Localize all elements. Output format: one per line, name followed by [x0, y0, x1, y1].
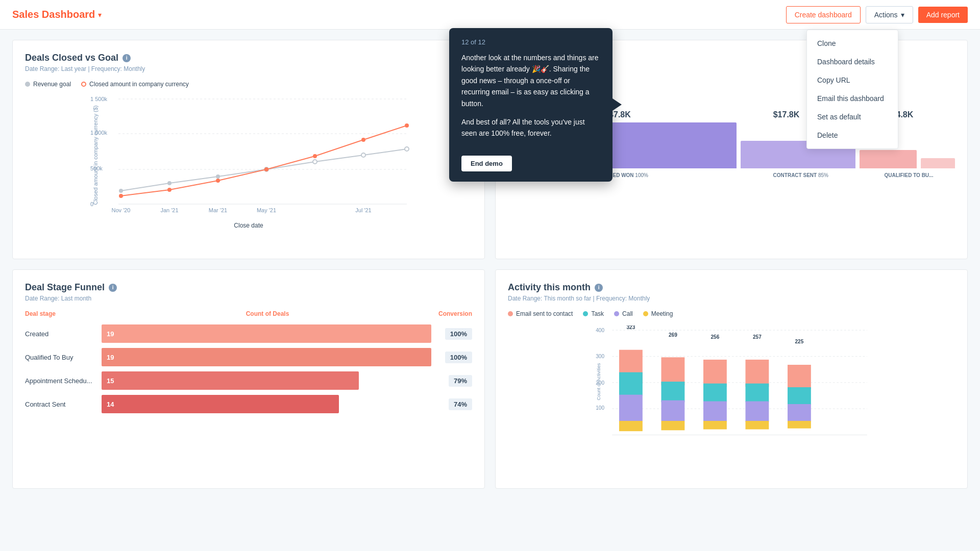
svg-text:400: 400 [596, 328, 604, 333]
bar4-email [746, 360, 769, 387]
funnel-col-count: Count of Deals [246, 310, 289, 317]
deals-closed-chart: 1 500k 1 000k 500k 0 [25, 94, 472, 216]
funnel-row-contract-sent: Contract Sent 14 74% [25, 395, 472, 413]
bar2-call [662, 400, 685, 421]
deals-closed-date-range: Date Range: Last year | Frequency: Month… [25, 65, 472, 72]
actions-label: Actions [874, 11, 898, 19]
svg-text:100: 100 [596, 405, 604, 411]
legend-call-label: Call [622, 310, 633, 317]
svg-point-20 [361, 138, 365, 142]
deal-stage-funnel-card: Deal Stage Funnel i Date Range: Last mon… [12, 269, 485, 489]
activity-info-icon[interactable]: i [595, 284, 603, 292]
deals-closed-legend: Revenue goal Closed amount in company cu… [25, 81, 472, 88]
legend-task-label: Task [591, 310, 604, 317]
bar1-meeting [619, 421, 643, 431]
funnel-stage-created: Created [25, 330, 96, 338]
stage-label-contract-sent: CONTRACT SENT 85% [743, 172, 859, 178]
deal-stage-funnel-date-range: Date Range: Last month [25, 295, 472, 302]
activity-card: Activity this month i Date Range: This m… [495, 269, 968, 489]
header-left: Sales Dashboard ▾ [12, 9, 102, 20]
funnel-count-qualified-to-buy: 19 [107, 354, 114, 361]
funnel-bar-fill-qualified-to-buy: 19 [102, 348, 431, 366]
deals-closed-info-icon[interactable]: i [122, 54, 131, 62]
svg-point-14 [405, 147, 409, 151]
demo-text-1: Another look at the numbers and things a… [461, 52, 600, 109]
funnel-col-stage: Deal stage [25, 310, 96, 317]
actions-dropdown: Clone Dashboard details Copy URL Email t… [806, 30, 898, 149]
activity-legend: Email sent to contact Task Call Meeting [508, 310, 955, 317]
funnel-bar-fill-appointment: 15 [102, 371, 359, 390]
svg-point-17 [216, 179, 220, 183]
deal-stage-funnel-title: Deal Stage Funnel i [25, 282, 472, 293]
funnel-bar-appointment: 15 [102, 371, 431, 390]
legend-email-label: Email sent to contact [516, 310, 573, 317]
funnel-bar-qualified-to-buy: 19 [102, 348, 431, 366]
svg-text:269: 269 [669, 332, 677, 338]
stage-label-qualified: QUALIFIED TO BU... [863, 172, 955, 178]
svg-text:Jul '21: Jul '21 [355, 207, 371, 213]
legend-revenue-goal-dot [25, 82, 30, 87]
legend-email: Email sent to contact [508, 310, 573, 317]
forecast-bar-extra [921, 158, 955, 168]
legend-meeting: Meeting [643, 310, 673, 317]
deal-stage-funnel-info-icon[interactable]: i [109, 284, 117, 292]
funnel-bar-contract-sent: 14 [102, 395, 431, 413]
bar2-email [662, 357, 685, 385]
funnel-column-headers: Deal stage Count of Deals Conversion [25, 310, 472, 317]
bar4-meeting [746, 421, 769, 430]
dropdown-item-delete[interactable]: Delete [807, 126, 898, 144]
legend-closed-amount-dot [81, 82, 86, 87]
dropdown-item-clone[interactable]: Clone [807, 34, 898, 53]
svg-text:Mar '21: Mar '21 [209, 207, 227, 213]
dropdown-item-copy-url[interactable]: Copy URL [807, 71, 898, 89]
header-right: Create dashboard Actions ▾ Add report [786, 6, 968, 23]
dropdown-item-set-default[interactable]: Set as default [807, 108, 898, 126]
demo-popup: 12 of 12 Another look at the numbers and… [449, 28, 612, 182]
svg-text:Closed amount in company curre: Closed amount in company currency ($) [92, 105, 99, 205]
deals-closed-x-axis-label: Close date [25, 222, 472, 229]
svg-text:1 500k: 1 500k [90, 96, 108, 102]
activity-chart-svg: 400 300 200 100 323 269 [508, 325, 955, 438]
legend-task: Task [583, 310, 604, 317]
svg-text:May '21: May '21 [257, 207, 276, 213]
funnel-conversion-created: 100% [436, 328, 472, 340]
end-demo-button[interactable]: End demo [461, 156, 512, 171]
dropdown-item-dashboard-details[interactable]: Dashboard details [807, 53, 898, 71]
legend-meeting-dot [643, 311, 648, 316]
funnel-count-created: 19 [107, 330, 114, 338]
svg-point-12 [313, 160, 317, 164]
funnel-conversion-appointment: 79% [436, 375, 472, 387]
activity-title: Activity this month i [508, 282, 955, 293]
legend-call-dot [614, 311, 619, 316]
actions-button[interactable]: Actions ▾ [866, 6, 913, 23]
legend-revenue-goal: Revenue goal [25, 81, 71, 88]
bar5-email [788, 365, 811, 389]
bar2-task [662, 382, 685, 402]
bar3-task [703, 384, 727, 403]
bar5-meeting [788, 421, 811, 429]
dropdown-item-email-dashboard[interactable]: Email this dashboard [807, 89, 898, 108]
svg-text:256: 256 [711, 334, 720, 340]
svg-point-9 [167, 181, 172, 185]
deals-closed-title: Deals Closed vs Goal i [25, 53, 472, 63]
svg-text:225: 225 [795, 339, 804, 344]
create-dashboard-button[interactable]: Create dashboard [786, 6, 861, 23]
funnel-stage-qualified-to-buy: Qualified To Buy [25, 354, 96, 361]
dashboard-title: Sales Dashboard [12, 9, 95, 20]
dashboard-title-chevron-icon[interactable]: ▾ [98, 11, 102, 19]
forecast-bar-qualified-to-buy [860, 150, 917, 168]
actions-chevron-icon: ▾ [901, 11, 904, 19]
svg-point-16 [167, 188, 172, 192]
svg-point-13 [361, 153, 365, 157]
add-report-button[interactable]: Add report [918, 7, 968, 23]
legend-closed-amount-label: Closed amount in company currency [89, 81, 189, 88]
funnel-bar-created: 19 [102, 324, 431, 343]
bar1-call [619, 395, 643, 421]
demo-text-2: And best of all? All the tools you've ju… [461, 116, 600, 139]
bar3-meeting [703, 421, 727, 430]
legend-call: Call [614, 310, 633, 317]
funnel-conversion-qualified-to-buy: 100% [436, 352, 472, 363]
svg-point-19 [313, 154, 317, 158]
svg-point-18 [264, 167, 268, 171]
bar4-call [746, 402, 769, 422]
